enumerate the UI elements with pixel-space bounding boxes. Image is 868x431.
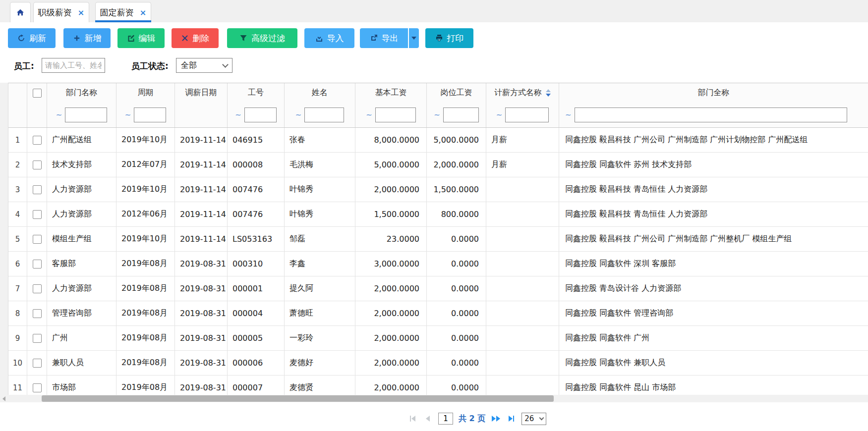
col-label-post-salary[interactable]: 岗位工资	[441, 88, 472, 98]
employee-search-input[interactable]	[42, 58, 105, 73]
cell-base-salary: 1,500.0000	[355, 202, 427, 226]
cell-name: 张春	[285, 128, 355, 152]
row-checkbox[interactable]	[33, 210, 42, 219]
col-label-name[interactable]: 姓名	[312, 88, 328, 98]
tab-job-grade-salary[interactable]: 职级薪资 ×	[33, 2, 89, 22]
cell-post-salary: 0.0000	[427, 301, 486, 325]
header-checkbox	[27, 83, 47, 127]
filter-input-dept-full[interactable]	[575, 108, 847, 122]
filter-input-dept[interactable]	[65, 108, 107, 122]
cell-pay-method	[486, 326, 559, 350]
page-size-select[interactable]: 26	[521, 413, 546, 425]
cell-adjust-date: 2019-08-31	[175, 351, 228, 375]
refresh-button[interactable]: 刷新	[8, 28, 56, 48]
row-number: 7	[8, 276, 27, 301]
filter-input-period[interactable]	[134, 108, 166, 122]
first-page-icon[interactable]	[407, 414, 417, 424]
plus-icon	[73, 34, 81, 42]
row-checkbox[interactable]	[33, 383, 42, 392]
table-row[interactable]: 11 市场部 2019年08月 2019-08-31 000007 麦德贤 2,…	[8, 376, 868, 395]
filter-tilde: ~	[496, 110, 503, 119]
table-row[interactable]: 10 兼职人员 2019年08月 2019-08-31 000006 麦德好 2…	[8, 351, 868, 376]
col-label-emp-no[interactable]: 工号	[248, 88, 264, 98]
chevron-down-icon	[222, 61, 229, 68]
row-checkbox[interactable]	[33, 161, 42, 169]
cell-pay-method	[486, 301, 559, 325]
next-page-icon[interactable]	[491, 414, 501, 424]
import-button[interactable]: 导入	[304, 28, 354, 48]
table-row[interactable]: 3 人力资源部 2019年10月 2019-11-14 007476 叶锦秀 2…	[8, 177, 868, 202]
cell-dept: 模组生产组	[47, 227, 116, 251]
print-button[interactable]: 打印	[425, 28, 473, 48]
sort-icon[interactable]	[546, 89, 551, 97]
tab-label: 职级薪资	[38, 7, 72, 18]
row-checkbox[interactable]	[33, 359, 42, 368]
cell-name: 李鑫	[285, 252, 355, 276]
filter-input-name[interactable]	[304, 108, 344, 122]
delete-button[interactable]: 删除	[172, 28, 219, 48]
table-row[interactable]: 6 客服部 2019年08月 2019-08-31 000310 李鑫 3,00…	[8, 252, 868, 276]
cell-period: 2019年08月	[116, 351, 175, 375]
refresh-icon	[17, 34, 25, 42]
col-label-pay-method[interactable]: 计薪方式名称	[494, 88, 542, 98]
filter-input-base-salary[interactable]	[375, 108, 416, 122]
advanced-filter-button[interactable]: 高级过滤	[227, 28, 297, 48]
row-checkbox[interactable]	[33, 260, 42, 269]
cell-adjust-date: 2019-08-31	[175, 376, 228, 395]
table-row[interactable]: 9 广州 2019年08月 2019-08-31 000005 一彩玲 2,00…	[8, 326, 868, 351]
page-number-input[interactable]	[438, 413, 453, 425]
filter-input-emp-no[interactable]	[244, 108, 277, 122]
tab-fixed-salary[interactable]: 固定薪资 ×	[95, 2, 151, 22]
select-all-checkbox[interactable]	[33, 89, 42, 98]
row-checkbox[interactable]	[33, 309, 42, 318]
header-rownum	[8, 83, 27, 127]
filter-tilde: ~	[434, 110, 440, 119]
filter-tilde: ~	[366, 110, 372, 119]
table-row[interactable]: 2 技术支持部 2012年07月 2019-11-14 000008 毛洪梅 5…	[8, 153, 868, 177]
export-dropdown-button[interactable]	[409, 28, 419, 48]
last-page-icon[interactable]	[506, 414, 516, 424]
row-checkbox[interactable]	[33, 334, 42, 343]
cell-pay-method	[486, 351, 559, 375]
scroll-left-arrow-icon[interactable]	[2, 396, 5, 401]
col-label-dept-full[interactable]: 部门全称	[698, 88, 730, 98]
col-label-adjust-date[interactable]: 调薪日期	[185, 88, 217, 98]
col-label-period[interactable]: 周期	[138, 88, 154, 98]
row-checkbox[interactable]	[33, 284, 42, 293]
export-button[interactable]: 导出	[360, 28, 408, 48]
table-row[interactable]: 4 人力资源部 2012年06月 2019-11-14 007476 叶锦秀 1…	[8, 202, 868, 227]
row-checkbox-cell	[27, 128, 47, 152]
cell-name: 麦德好	[285, 351, 355, 375]
data-grid: 部门名称 ~ 周期 ~ 调薪日期 工号 ~ 姓名 ~ 基本工资 ~ 岗位工资 ~	[8, 83, 868, 395]
close-icon[interactable]: ×	[78, 8, 84, 17]
filter-input-post-salary[interactable]	[443, 108, 479, 122]
row-checkbox[interactable]	[33, 185, 42, 194]
table-row[interactable]: 7 人力资源部 2019年08月 2019-08-31 000001 提久阿 2…	[8, 276, 868, 301]
employee-status-select[interactable]: 全部	[176, 58, 232, 73]
edit-button[interactable]: 编辑	[117, 28, 165, 48]
col-label-dept[interactable]: 部门名称	[66, 88, 98, 98]
header-dept: 部门名称 ~	[47, 83, 116, 127]
cell-name: 麦德贤	[285, 376, 355, 395]
table-row[interactable]: 8 管理咨询部 2019年08月 2019-08-31 000004 萧德旺 2…	[8, 301, 868, 326]
row-checkbox-cell	[27, 153, 47, 177]
row-checkbox[interactable]	[33, 235, 42, 244]
row-checkbox-cell	[27, 227, 47, 251]
cell-adjust-date: 2019-11-14	[175, 227, 228, 251]
table-row[interactable]: 5 模组生产组 2019年10月 2019-11-14 LS053163 邹磊 …	[8, 227, 868, 252]
cell-period: 2019年10月	[116, 177, 175, 202]
tab-home[interactable]	[10, 2, 31, 22]
cell-dept: 客服部	[47, 252, 116, 276]
cell-pay-method	[486, 252, 559, 276]
cell-period: 2012年07月	[116, 153, 175, 177]
row-checkbox[interactable]	[33, 136, 42, 145]
add-button[interactable]: 新增	[63, 28, 111, 48]
table-row[interactable]: 1 广州配送组 2019年10月 2019-11-14 046915 张春 8,…	[8, 128, 868, 153]
filter-input-pay-method[interactable]	[505, 108, 549, 122]
close-icon[interactable]: ×	[140, 8, 146, 17]
cell-name: 萧德旺	[285, 301, 355, 325]
col-label-base-salary[interactable]: 基本工资	[375, 88, 407, 98]
scrollbar-thumb[interactable]	[42, 395, 554, 402]
prev-page-icon[interactable]	[423, 414, 433, 424]
cell-pay-method: 月薪	[486, 128, 559, 152]
